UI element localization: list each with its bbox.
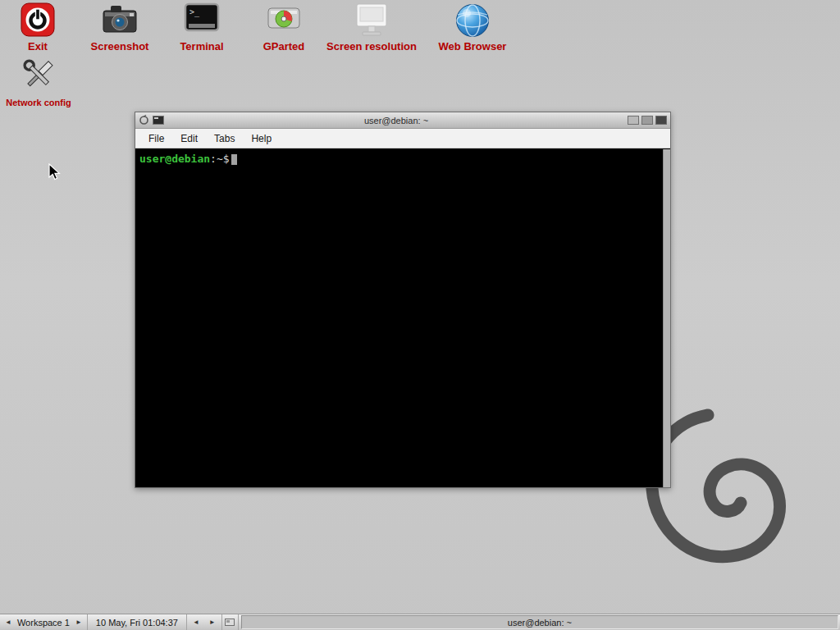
workspace-next-arrow[interactable]: ►: [74, 614, 84, 630]
task-pager: ◄ ►: [187, 614, 222, 630]
terminal-icon: >_: [164, 2, 240, 41]
icon-label: Exit: [7, 41, 69, 52]
task-next-arrow[interactable]: ►: [208, 614, 217, 630]
icon-label: Network config: [3, 97, 74, 108]
shell-prompt: user@debian:~$: [135, 149, 670, 168]
terminal-menubar: File Edit Tabs Help: [135, 129, 670, 148]
desktop-icon-gparted[interactable]: GParted: [248, 2, 320, 52]
taskbar-window-title: user@debian: ~: [508, 618, 572, 628]
menu-help[interactable]: Help: [243, 130, 280, 147]
window-title: user@debian: ~: [167, 116, 625, 126]
menu-edit[interactable]: Edit: [172, 130, 206, 147]
monitor-icon: [317, 2, 427, 41]
desktop-icon-terminal[interactable]: >_ Terminal: [164, 2, 240, 52]
maximize-button[interactable]: [641, 116, 653, 125]
clock: 10 May, Fri 01:04:37: [88, 614, 187, 630]
icon-label: Terminal: [164, 41, 240, 52]
power-icon: [7, 2, 69, 41]
icon-label: GParted: [248, 41, 320, 52]
tools-icon: [3, 57, 74, 97]
icon-label: Screen resolution: [317, 41, 427, 52]
mouse-cursor: [47, 163, 63, 185]
desktop-icon-screen-resolution[interactable]: Screen resolution: [317, 2, 427, 52]
svg-text:>_: >_: [189, 7, 200, 17]
desktop-grid-icon: [225, 618, 235, 628]
taskbar: ◄ Workspace 1 ► 10 May, Fri 01:04:37 ◄ ►…: [0, 614, 840, 630]
taskbar-window-button[interactable]: user@debian: ~: [241, 615, 838, 629]
close-button[interactable]: [655, 116, 667, 125]
icon-label: Web Browser: [427, 41, 518, 52]
menu-tabs[interactable]: Tabs: [206, 130, 243, 147]
terminal-content[interactable]: user@debian:~$: [135, 149, 670, 487]
terminal-scrollbar[interactable]: [663, 149, 670, 487]
desktop-icon-web-browser[interactable]: Web Browser: [427, 2, 518, 52]
workspace-label[interactable]: Workspace 1: [17, 618, 70, 628]
window-titlebar[interactable]: user@debian: ~: [135, 112, 670, 129]
minimize-button[interactable]: [628, 116, 639, 125]
prompt-user-host: user@debian: [139, 153, 210, 165]
terminal-cursor: [231, 154, 237, 165]
disk-gauge-icon: [248, 2, 320, 41]
desktop-icon-network-config[interactable]: Network config: [3, 57, 74, 108]
scrollbar-thumb[interactable]: [664, 149, 670, 487]
icon-label: Screenshot: [79, 41, 161, 52]
desktop-icon-exit[interactable]: Exit: [7, 2, 69, 52]
terminal-window: user@debian: ~ File Edit Tabs Help user@…: [135, 112, 671, 488]
workspace-switcher: ◄ Workspace 1 ►: [0, 614, 88, 630]
prompt-tail: :~$: [210, 153, 229, 165]
window-menu-icon[interactable]: [139, 115, 149, 126]
task-prev-arrow[interactable]: ◄: [191, 614, 201, 630]
camera-icon: [79, 2, 161, 41]
clock-text: 10 May, Fri 01:04:37: [96, 618, 178, 628]
globe-icon: [427, 2, 518, 41]
window-app-icon: [153, 116, 164, 125]
menu-file[interactable]: File: [140, 130, 172, 147]
show-desktop-button[interactable]: [222, 614, 239, 630]
workspace-prev-arrow[interactable]: ◄: [3, 614, 13, 630]
desktop-icon-screenshot[interactable]: Screenshot: [79, 2, 161, 52]
